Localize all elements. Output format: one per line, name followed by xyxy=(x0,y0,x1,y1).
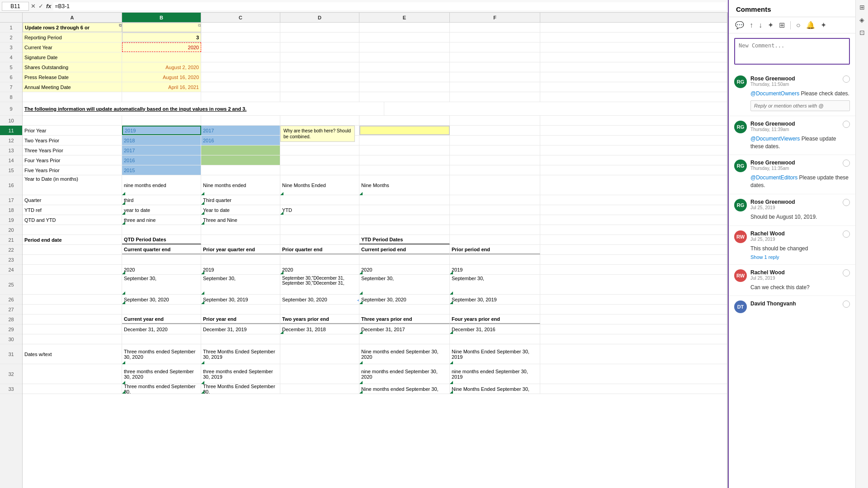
cell-d32[interactable] xyxy=(280,364,359,384)
cell-a12[interactable]: Two Years Prior xyxy=(23,136,122,145)
cell-e25[interactable]: September 30, xyxy=(359,275,450,295)
cell-e13[interactable] xyxy=(359,145,450,155)
cell-e12[interactable] xyxy=(359,136,450,145)
cell-e21[interactable]: YTD Period Dates xyxy=(359,235,450,244)
col-header-b[interactable]: B xyxy=(122,13,201,22)
cell-e2[interactable] xyxy=(359,33,450,42)
cell-f8[interactable] xyxy=(450,92,540,102)
cell-b27[interactable] xyxy=(122,305,201,314)
cell-b28[interactable]: Current year end xyxy=(122,314,201,324)
cell-f29[interactable]: December 31, 2016 xyxy=(450,324,540,334)
circle-icon[interactable]: ○ xyxy=(795,20,802,30)
cell-b16[interactable]: nine months ended xyxy=(122,175,201,195)
cell-f26[interactable]: September 30, 2019 xyxy=(450,295,540,304)
resolve-button[interactable] xyxy=(843,160,850,167)
cell-c18[interactable]: Year to date xyxy=(201,205,280,215)
cell-a1[interactable]: Update rows 2 through 6 or ⧉ xyxy=(23,23,122,32)
cell-c25[interactable]: September 30, xyxy=(201,275,280,295)
col-header-f[interactable]: F xyxy=(450,13,540,22)
cell-c14[interactable] xyxy=(201,155,280,165)
cell-e29[interactable]: December 31, 2017 xyxy=(359,324,450,334)
cell-d28[interactable]: Two years prior end xyxy=(280,314,359,324)
cell-c28[interactable]: Prior year end xyxy=(201,314,280,324)
cell-c30[interactable] xyxy=(201,334,280,344)
cell-a6[interactable]: Press Release Date xyxy=(23,72,122,82)
cell-b11[interactable]: 2019 xyxy=(122,126,201,135)
cell-c2[interactable] xyxy=(201,33,280,42)
cell-e24[interactable]: 2020 xyxy=(359,265,450,274)
cell-c24[interactable]: 2019 xyxy=(201,265,280,274)
cell-d4[interactable] xyxy=(280,52,359,62)
cell-f1[interactable] xyxy=(450,23,540,32)
cell-f15[interactable] xyxy=(450,165,540,175)
cell-c10[interactable] xyxy=(201,116,280,125)
cell-e16[interactable]: Nine Months xyxy=(359,175,450,195)
cell-a31[interactable]: Dates w/text xyxy=(23,344,122,364)
add-comment-icon[interactable]: ✦ xyxy=(767,20,774,30)
cell-e8[interactable] xyxy=(359,92,450,102)
cell-b18[interactable]: year to date xyxy=(122,205,201,215)
resolve-button[interactable] xyxy=(843,269,850,277)
cell-a4[interactable]: Signature Date xyxy=(23,52,122,62)
cell-d16[interactable]: Nine Months Ended xyxy=(280,175,359,195)
cell-c20[interactable] xyxy=(201,225,280,235)
cell-f30[interactable] xyxy=(450,334,540,344)
cell-d19[interactable] xyxy=(280,215,359,225)
cell-e30[interactable] xyxy=(359,334,450,344)
cell-b1[interactable]: ⧉ xyxy=(122,23,201,32)
cell-b13[interactable]: 2017 xyxy=(122,145,201,155)
cell-f32[interactable]: nine months ended September 30, 2019 xyxy=(450,364,540,384)
cell-a33[interactable] xyxy=(23,384,122,394)
cell-d29[interactable]: December 31, 2018 xyxy=(280,324,359,334)
cell-f11[interactable] xyxy=(450,126,540,135)
cell-a18[interactable]: YTD ref xyxy=(23,205,122,215)
cell-c13[interactable] xyxy=(201,145,280,155)
cell-a21[interactable]: Period end date xyxy=(23,235,122,244)
resolve-button[interactable] xyxy=(843,230,850,238)
cell-d24[interactable]: 2020 xyxy=(280,265,359,274)
cell-f31[interactable]: Nine Months Ended September 30, 2019 xyxy=(450,344,540,364)
cell-b31[interactable]: Three months ended September 30, 2020 xyxy=(122,344,201,364)
cell-c12[interactable]: 2016 xyxy=(201,136,280,145)
cell-d13[interactable] xyxy=(280,145,359,155)
cell-c21[interactable] xyxy=(201,235,280,244)
grid-view-icon[interactable]: ⊞ xyxy=(778,20,786,30)
cell-f3[interactable] xyxy=(450,42,540,52)
cell-e22[interactable]: Current period end xyxy=(359,245,450,254)
cell-b20[interactable] xyxy=(122,225,201,235)
cell-f10[interactable] xyxy=(450,116,540,125)
cell-e15[interactable] xyxy=(359,165,450,175)
cell-d14[interactable] xyxy=(280,155,359,165)
cell-c4[interactable] xyxy=(201,52,280,62)
cell-b10[interactable] xyxy=(122,116,201,125)
cell-d6[interactable] xyxy=(280,72,359,82)
cell-d7[interactable] xyxy=(280,82,359,92)
settings-icon[interactable]: ✦ xyxy=(820,20,827,30)
cell-c15[interactable] xyxy=(201,165,280,175)
cell-f17[interactable] xyxy=(450,195,540,205)
cancel-formula-icon[interactable]: ✕ xyxy=(31,3,36,9)
new-comment-box[interactable]: New Comment... xyxy=(734,38,850,65)
cell-f18[interactable] xyxy=(450,205,540,215)
cell-a22[interactable] xyxy=(23,245,122,254)
cell-b17[interactable]: third xyxy=(122,195,201,205)
cell-a24[interactable] xyxy=(23,265,122,274)
cell-a5[interactable]: Shares Outstanding xyxy=(23,62,122,72)
cell-a9[interactable]: The following information will update au… xyxy=(23,102,384,115)
cell-c17[interactable]: Third quarter xyxy=(201,195,280,205)
cell-d23[interactable] xyxy=(280,255,359,264)
cell-e32[interactable]: nine months ended September 30, 2020 xyxy=(359,364,450,384)
cell-b21[interactable]: QTD Period Dates xyxy=(122,235,201,244)
cell-f7[interactable] xyxy=(450,82,540,92)
cell-d25[interactable]: September 30,"D0ecember 31, September 30… xyxy=(280,275,359,295)
cell-reference[interactable] xyxy=(2,2,29,11)
cell-e17[interactable] xyxy=(359,195,450,205)
cell-c31[interactable]: Three Months Ended September 30, 2019 xyxy=(201,344,280,364)
cell-f24[interactable]: 2019 xyxy=(450,265,540,274)
cell-e31[interactable]: Nine months ended September 30, 2020 xyxy=(359,344,450,364)
cell-a25[interactable] xyxy=(23,275,122,295)
cell-f16[interactable] xyxy=(450,175,540,195)
cell-c16[interactable]: Nine months ended xyxy=(201,175,280,195)
resolve-button[interactable] xyxy=(843,75,850,83)
cell-c32[interactable]: three months ended September 30, 2019 xyxy=(201,364,280,384)
